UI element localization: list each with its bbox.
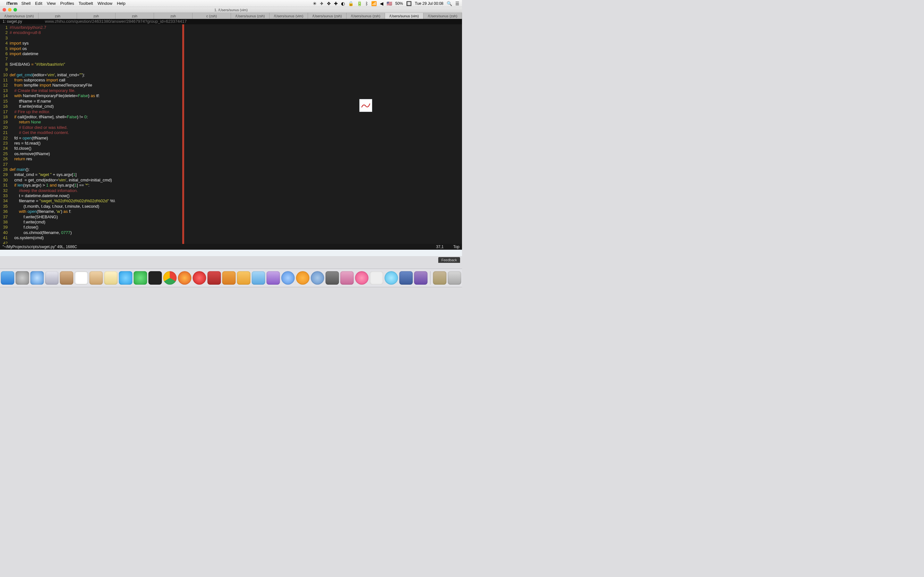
minimize-window-button[interactable] bbox=[8, 8, 11, 11]
dock-icon-safari[interactable] bbox=[31, 271, 44, 285]
dock-icon-app[interactable] bbox=[384, 271, 398, 285]
dock-icon-calendar[interactable] bbox=[75, 271, 88, 285]
vim-scroll-position: Top bbox=[453, 244, 459, 250]
terminal-tab[interactable]: /Users/sunus (zsh) bbox=[231, 13, 270, 19]
dock-icon-reminders[interactable] bbox=[89, 271, 103, 285]
dock-icon-downloads[interactable] bbox=[433, 271, 447, 285]
window-titlebar: 1. /Users/sunus (vim) bbox=[0, 7, 462, 13]
dock-icon-mail[interactable] bbox=[45, 271, 59, 285]
flag-icon[interactable]: 🇺🇸 bbox=[387, 1, 392, 6]
browser-url: www.zhihu.com/question/24631380/answer/2… bbox=[45, 19, 187, 24]
terminal-tab[interactable]: /Users/sunus (zsh) bbox=[423, 13, 462, 19]
vim-status-bar: "~/MyProjects/scripts/swget.py" 49L, 168… bbox=[0, 244, 462, 250]
dock-icon-app[interactable] bbox=[414, 271, 428, 285]
dock-icon-facetime[interactable] bbox=[134, 271, 147, 285]
status-icon[interactable]: ✚ bbox=[334, 1, 338, 6]
lock-icon[interactable]: 🔒 bbox=[348, 1, 354, 6]
dock-icon-app[interactable] bbox=[237, 271, 250, 285]
dock-icon-app[interactable] bbox=[208, 271, 221, 285]
vim-column-marker bbox=[182, 24, 184, 249]
menu-profiles[interactable]: Profiles bbox=[60, 1, 74, 6]
notification-center-icon[interactable]: ☰ bbox=[455, 1, 459, 6]
menu-window[interactable]: Window bbox=[97, 1, 112, 6]
macos-menubar: iTerm Shell Edit View Profiles Toolbelt … bbox=[0, 0, 462, 7]
dock-icon-app[interactable] bbox=[222, 271, 236, 285]
dock-icon-app[interactable] bbox=[355, 271, 368, 285]
dock-icon-contacts[interactable] bbox=[60, 271, 73, 285]
terminal-tab[interactable]: zsh bbox=[77, 13, 115, 19]
dock-icon-finder[interactable] bbox=[1, 271, 15, 285]
status-icon[interactable]: ✥ bbox=[327, 1, 331, 6]
dock-icon-itunes[interactable] bbox=[281, 271, 295, 285]
terminal-tab[interactable]: /Users/sunus (vim) bbox=[385, 13, 423, 19]
menu-shell[interactable]: Shell bbox=[21, 1, 31, 6]
dock-icon-chrome[interactable] bbox=[163, 271, 177, 285]
dock-icon-ibooks[interactable] bbox=[296, 271, 310, 285]
avatar[interactable] bbox=[359, 99, 372, 112]
dock-icon-opera[interactable] bbox=[193, 271, 206, 285]
dock-icon-notes[interactable] bbox=[104, 271, 118, 285]
status-icon[interactable]: ◐ bbox=[341, 1, 345, 6]
dock-icon-launchpad[interactable] bbox=[16, 271, 29, 285]
battery-icon[interactable]: 🔋 bbox=[357, 1, 362, 6]
dock-icon-appstore[interactable] bbox=[311, 271, 325, 285]
terminal-tab[interactable]: zsh bbox=[39, 13, 77, 19]
volume-icon[interactable]: ◀ bbox=[380, 1, 383, 6]
terminal-tab[interactable]: zsh bbox=[154, 13, 192, 19]
terminal-tab[interactable]: c (zsh) bbox=[192, 13, 231, 19]
dock-icon-trash[interactable] bbox=[448, 271, 461, 285]
bluetooth-icon[interactable]: ᛒ bbox=[365, 1, 368, 6]
dock-icon-app[interactable] bbox=[341, 271, 354, 285]
status-icon[interactable]: ✳ bbox=[313, 1, 317, 6]
menu-view[interactable]: View bbox=[47, 1, 56, 6]
macos-dock bbox=[0, 269, 462, 287]
vim-cursor-position: 37,1 bbox=[436, 244, 443, 250]
dock-icon-terminal[interactable] bbox=[149, 271, 162, 285]
menubar-app-name[interactable]: iTerm bbox=[6, 1, 17, 6]
close-window-button[interactable] bbox=[3, 8, 6, 11]
terminal-tab-bar: /Users/sunus (zsh)zshzshzshzshc (zsh)/Us… bbox=[0, 13, 462, 19]
zoom-window-button[interactable] bbox=[13, 8, 17, 11]
menu-toolbelt[interactable]: Toolbelt bbox=[79, 1, 93, 6]
dock-icon-app[interactable] bbox=[399, 271, 413, 285]
feedback-tab[interactable]: Feedback bbox=[438, 257, 460, 263]
dock-divider bbox=[430, 271, 431, 285]
dock-icon-firefox[interactable] bbox=[178, 271, 192, 285]
menubar-clock[interactable]: Tue 29 Jul 00:08 bbox=[415, 1, 443, 6]
terminal-tab[interactable]: /Users/sunus (vim) bbox=[270, 13, 308, 19]
dock-icon-preferences[interactable] bbox=[326, 271, 339, 285]
terminal-tab[interactable]: /Users/sunus (zsh) bbox=[0, 13, 39, 19]
dock-icon-app[interactable] bbox=[267, 271, 280, 285]
battery-percent[interactable]: 50% bbox=[395, 1, 403, 6]
menu-edit[interactable]: Edit bbox=[35, 1, 42, 6]
dock-icon-messages[interactable] bbox=[119, 271, 132, 285]
vim-editor-overlay[interactable]: 1: swget.py www.zhihu.com/question/24631… bbox=[0, 19, 462, 250]
spotlight-icon[interactable]: 🔍 bbox=[447, 1, 452, 6]
dock-icon-app[interactable] bbox=[370, 271, 383, 285]
terminal-tab[interactable]: /Users/sunus (zsh) bbox=[308, 13, 347, 19]
status-icon[interactable]: ✈ bbox=[320, 1, 324, 6]
wifi-icon[interactable]: 📶 bbox=[371, 1, 376, 6]
menu-help[interactable]: Help bbox=[117, 1, 126, 6]
window-title: 1. /Users/sunus (vim) bbox=[214, 8, 248, 12]
terminal-tab[interactable]: /Users/sunus (zsh) bbox=[347, 13, 385, 19]
dock-icon-app[interactable] bbox=[252, 271, 265, 285]
vim-status-file: "~/MyProjects/scripts/swget.py" 49L, 168… bbox=[3, 244, 77, 250]
terminal-tab[interactable]: zsh bbox=[115, 13, 154, 19]
